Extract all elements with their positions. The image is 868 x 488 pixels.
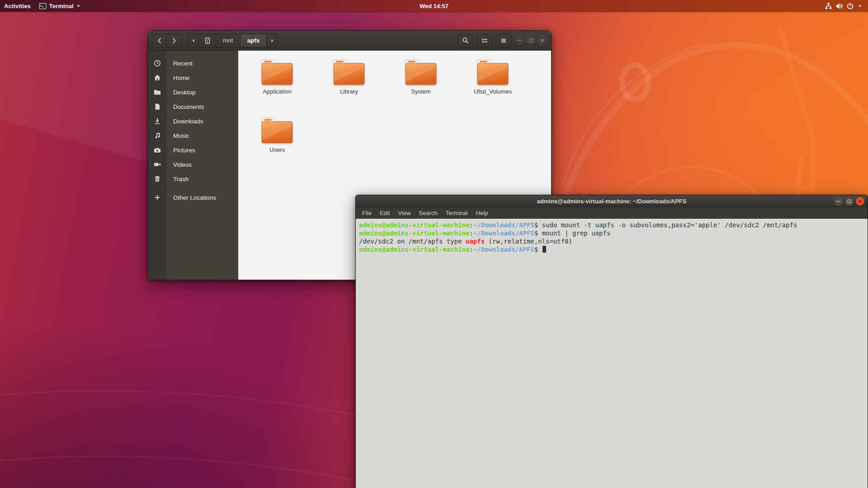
sidebar-item-label: Home (173, 75, 189, 81)
search-icon (462, 37, 469, 44)
folder-application[interactable]: Application (241, 58, 313, 95)
terminal-minimize-button[interactable] (834, 197, 843, 206)
terminal-text-segment: $ sudo mount -t uapfs -o subvolumes,pass… (534, 221, 797, 229)
history-nav-group (152, 34, 182, 47)
app-menu-label: Terminal (49, 3, 74, 9)
terminal-text-segment: ~/Downloads/APFS (473, 246, 534, 253)
sidebar-item-label: Trash (173, 176, 189, 183)
folder-users[interactable]: Users (241, 116, 313, 153)
sidebar-item-trash[interactable]: Trash (148, 172, 238, 186)
terminal-text-segment: admins@admins-virtual-machine (359, 221, 469, 229)
folder-label: System (411, 88, 430, 95)
trash-icon (148, 175, 166, 183)
menu-button[interactable] (495, 34, 511, 47)
sidebar-item-label: Other Locations (173, 194, 216, 201)
terminal-menu-edit[interactable]: Edit (376, 207, 394, 219)
terminal-menubar: FileEditViewSearchTerminalHelp (356, 207, 868, 219)
sidebar-items: RecentHomeDesktopDocumentsDownloadsMusic… (148, 51, 238, 205)
terminal-menu-help[interactable]: Help (472, 207, 492, 219)
maximize-button[interactable] (527, 36, 535, 45)
sidebar-item-music[interactable]: Music (148, 128, 238, 143)
terminal-text-segment: admins@admins-virtual-machine (359, 246, 469, 253)
minimize-icon (835, 198, 841, 204)
terminal-line: /dev/sdc2 on /mnt/apfs type uapfs (rw,re… (359, 237, 868, 245)
path-segment-apfs[interactable]: apfs (241, 34, 267, 47)
folder-library[interactable]: Library (313, 58, 385, 95)
forward-icon (170, 37, 178, 44)
sidebar-item-pictures[interactable]: Pictures (148, 143, 238, 157)
terminal-close-button[interactable] (856, 197, 864, 206)
app-menu-button[interactable]: Terminal (35, 0, 85, 12)
folder-ufsd_volumes[interactable]: Ufsd_Volumes (457, 58, 528, 95)
search-button[interactable] (458, 34, 473, 47)
downloads-icon (148, 117, 166, 125)
terminal-maximize-button[interactable] (845, 197, 854, 206)
forward-button[interactable] (167, 34, 182, 47)
folder-icon (260, 58, 294, 86)
scroll-right-icon (269, 38, 275, 43)
path-segment-mnt[interactable]: mnt (216, 34, 241, 47)
sidebar-item-home[interactable]: Home (148, 70, 238, 85)
path-scroll-right-button[interactable] (267, 34, 278, 47)
path-segment-label: mnt (223, 37, 233, 44)
terminal-text-segment: /dev/sdc2 on /mnt/apfs type (359, 238, 466, 245)
sidebar-item-label: Music (173, 132, 189, 139)
top-bar: Activities Terminal Wed 14:57 (0, 0, 868, 12)
terminal-menu-view[interactable]: View (394, 207, 415, 219)
sidebar-item-downloads[interactable]: Downloads (148, 114, 238, 128)
chevron-down-icon (857, 2, 863, 10)
folder-label: Users (269, 146, 285, 153)
sidebar-item-other-locations[interactable]: Other Locations (148, 190, 238, 205)
terminal-cursor (542, 246, 546, 253)
close-icon (857, 198, 863, 204)
terminal-text-segment: : (469, 230, 473, 237)
terminal-text-segment: $ mount | grep uapfs (534, 230, 611, 237)
terminal-text-segment: : (469, 221, 473, 229)
hamburger-menu-icon (500, 37, 507, 44)
scroll-left-icon (191, 38, 196, 43)
terminal-text-segment: ~/Downloads/APFS (473, 230, 534, 237)
clock-button[interactable]: Wed 14:57 (415, 0, 453, 12)
activities-button[interactable]: Activities (0, 0, 35, 12)
desktop: Activities Terminal Wed 14:57 mntapfs Re… (0, 0, 868, 488)
desktop-icon (148, 89, 166, 96)
music-icon (148, 132, 166, 139)
sidebar-item-videos[interactable]: Videos (148, 157, 238, 172)
sidebar-item-label: Recent (173, 60, 193, 67)
system-status-area[interactable] (821, 0, 866, 12)
view-list-icon (481, 37, 488, 44)
folder-icon (476, 58, 509, 86)
terminal-menu-terminal[interactable]: Terminal (442, 207, 472, 219)
folder-system[interactable]: System (385, 58, 457, 95)
close-button[interactable] (538, 36, 547, 45)
maximize-icon (846, 198, 852, 204)
files-headerbar[interactable]: mntapfs (148, 31, 551, 51)
terminal-titlebar[interactable]: admins@admins-virtual-machine: ~/Downloa… (356, 195, 868, 207)
terminal-menu-search[interactable]: Search (415, 207, 441, 219)
terminal-content[interactable]: admins@admins-virtual-machine:~/Download… (356, 219, 868, 253)
terminal-window: admins@admins-virtual-machine: ~/Downloa… (355, 195, 868, 488)
sidebar-item-label: Pictures (173, 147, 195, 154)
terminal-line: admins@admins-virtual-machine:~/Download… (359, 221, 868, 229)
folder-label: Application (263, 88, 292, 95)
sidebar-item-documents[interactable]: Documents (148, 99, 238, 114)
terminal-line: admins@admins-virtual-machine:~/Download… (359, 229, 868, 237)
sidebar-item-recent[interactable]: Recent (148, 56, 238, 70)
path-scroll-left-button[interactable] (188, 34, 199, 47)
terminal-text-segment: $ (534, 246, 542, 253)
path-segment-label: apfs (247, 37, 260, 44)
minimize-button[interactable] (515, 36, 524, 45)
folder-icon (332, 58, 366, 86)
terminal-menu-file[interactable]: File (358, 207, 376, 219)
terminal-title: admins@admins-virtual-machine: ~/Downloa… (537, 198, 687, 205)
activities-label: Activities (4, 3, 31, 9)
pictures-icon (148, 146, 166, 154)
view-toggle-button[interactable] (476, 34, 492, 47)
files-window-controls (515, 36, 547, 45)
path-root-drive-button[interactable] (199, 34, 216, 47)
terminal-text-segment: (rw,relatime,nls=utf8) (485, 238, 572, 245)
sidebar-item-desktop[interactable]: Desktop (148, 85, 238, 99)
sidebar-item-label: Desktop (173, 89, 196, 96)
terminal-text-segment: ~/Downloads/APFS (473, 221, 534, 229)
back-button[interactable] (152, 34, 167, 47)
